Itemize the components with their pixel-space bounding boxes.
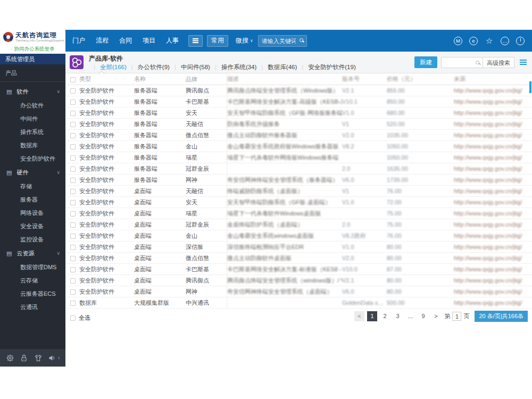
table-row[interactable]: 安全防护软件 桌面端 深信服 深信服终端检测响应平台EDR V1.0 80.00… [65,242,532,253]
row-checkbox[interactable] [70,267,76,272]
table-row[interactable]: 安全防护软件 桌面端 卡巴斯基 卡巴斯基网络安全解决方案-标准版（KES8 - … [65,264,532,275]
sidebar-item[interactable]: ▤云资源 ∨ [0,246,65,261]
office-login-link[interactable]: · 协同办公系统登录 [0,46,65,53]
topbar-icon[interactable] [516,37,525,45]
search-scope-dropdown[interactable]: 微搜 ∨ [236,36,253,45]
cell-source[interactable]: http://www.qxjg.gov.cn/jlqj/ [454,199,532,205]
new-button[interactable]: 新建 [414,56,437,68]
sidebar-item[interactable]: ▤数据库 ∨ [0,139,65,152]
topbar-icon[interactable]: ☆ [485,37,494,45]
row-checkbox[interactable] [70,88,76,94]
table-row[interactable]: 安全防护软件 服务器端 安天 安天智甲终端防御系统（GF版·网络版服务端） V1… [65,107,532,119]
page-number[interactable]: 2 [380,311,390,321]
cell-source[interactable]: http://www.qxjg.gov.cn/jlqj/ [454,210,532,217]
sidebar-item[interactable]: ▤软件 ∨ [0,85,65,99]
jump-page-input[interactable]: 1 [452,312,461,321]
cell-source[interactable]: http://www.qxjg.gov.cn/jlqj/ [454,266,532,272]
row-checkbox[interactable] [70,144,76,149]
cell-source[interactable]: http://www.qxjg.gov.cn/jlqj/ [454,277,532,284]
table-row[interactable]: 安全防护软件 服务器端 卡巴斯基 卡巴斯基网络安全解决方案-高级版（KESB-高… [65,96,532,107]
cell-source[interactable]: http://www.qxjg.gov.cn/jlqj/ [454,288,532,295]
row-checkbox[interactable] [70,189,76,194]
cell-source[interactable]: http://www.qxjg.gov.cn/jlqj/ [454,300,532,306]
sidebar-item[interactable]: ▤云服务器ECS ∨ [0,287,65,301]
cell-source[interactable]: http://www.qxjg.gov.cn/jlqj/ [454,154,532,161]
cell-source[interactable]: http://www.qxjg.gov.cn/jlqj/ [454,121,532,127]
row-checkbox[interactable] [70,99,76,105]
cell-source[interactable]: http://www.qxjg.gov.cn/jlqj/ [454,87,532,94]
cell-source[interactable]: http://www.qxjg.gov.cn/jlqj/ [454,143,532,149]
table-row[interactable]: 安全防护软件 服务器端 腾讯御点 腾讯御点终端安全管理系统（Windows版） … [65,85,532,96]
col-name[interactable]: 名称 [134,75,186,83]
category-tab[interactable]: 中间件(58) [170,63,210,71]
category-tab[interactable]: 数据库(46) [256,63,297,71]
col-source[interactable]: 来源 [454,75,532,83]
cell-source[interactable]: http://www.qxjg.gov.cn/jlqj/ [454,165,532,172]
settings-gear-icon[interactable] [6,354,14,362]
advanced-search-button[interactable]: 高级搜索 [483,57,514,68]
nav-item[interactable]: 门户 [67,30,90,52]
sidebar-item[interactable]: ▤云通讯 ∨ [0,301,65,314]
cell-source[interactable]: http://www.qxjg.gov.cn/jlqj/ [454,177,532,183]
row-checkbox[interactable] [70,111,76,116]
table-search-input[interactable] [442,58,476,67]
cell-source[interactable]: http://www.qxjg.gov.cn/jlqj/ [454,244,532,250]
row-checkbox[interactable] [70,211,76,217]
cell-source[interactable]: http://www.qxjg.gov.cn/jlqj/ [454,221,532,228]
row-checkbox[interactable] [70,245,76,250]
apps-menu-button[interactable] [188,35,203,47]
nav-item[interactable]: 人事 [161,30,184,52]
scrollbar-thumb[interactable] [529,81,531,93]
sidebar-item[interactable]: ▤存储 ∨ [0,180,65,193]
category-tab[interactable]: 操作系统(34) [210,63,256,71]
search-icon[interactable] [476,61,479,64]
topbar-icon[interactable]: e [469,37,478,45]
category-tab[interactable]: 安全防护软件(19) [297,63,355,71]
cell-source[interactable]: http://www.qxjg.gov.cn/jlqj/ [454,188,532,194]
cell-source[interactable]: http://www.qxjg.gov.cn/jlqj/ [454,132,532,138]
table-row[interactable]: 安全防护软件 服务器端 微点佰慧 微点主动防御软件服务器版 V2.0 1035.… [65,130,532,141]
row-checkbox[interactable] [70,200,76,205]
sidebar-item[interactable]: ▤服务器 ∨ [0,193,65,206]
list-view-icon[interactable] [520,60,527,65]
row-checkbox[interactable] [70,122,76,127]
cell-source[interactable]: http://www.qxjg.gov.cn/jlqj/ [454,255,532,261]
table-row[interactable]: 数据库 大规模集群版 中兴通讯 GoldenData s… 500.00 htt… [65,297,532,309]
search-icon[interactable] [300,38,303,42]
row-checkbox[interactable] [70,222,76,228]
page-number[interactable]: 1 [367,311,377,321]
nav-item[interactable]: 项目 [137,30,161,52]
table-row[interactable]: 安全防护软件 桌面端 网神 奇安信网神终端安全管理系统（桌面端） V6.0 80… [65,286,532,297]
row-checkbox[interactable] [70,167,76,172]
table-row[interactable]: 安全防护软件 桌面端 腾讯御点 腾讯御点终端安全管理系统（windows版）/ … [65,275,532,286]
category-tab[interactable]: 全部(166) [89,63,127,71]
sidebar-item[interactable]: ▤安全防护软件 ∨ [0,152,65,165]
col-brand[interactable]: 品牌 [186,73,227,85]
select-all-checkbox-header[interactable] [70,77,76,82]
nav-item[interactable]: 合同 [114,30,137,52]
sidebar-item[interactable]: ▤网络设备 ∨ [0,206,65,220]
sidebar-item[interactable]: ▤办公软件 ∨ [0,99,65,112]
sidebar-item[interactable]: ▤操作系统 ∨ [0,126,65,139]
select-all-checkbox[interactable] [70,315,76,321]
table-row[interactable]: 安全防护软件 桌面端 天融信 终端威胁防御系统（桌面版） V1 76.00 ht… [65,186,532,197]
topbar-icon[interactable]: … [501,37,509,45]
nav-item[interactable]: 流程 [90,30,114,52]
sidebar-item[interactable]: ▤安全设备 ∨ [0,220,65,233]
sidebar-item[interactable]: ▤数据管理DMS ∨ [0,261,65,274]
page-number[interactable]: 3 [393,311,403,321]
table-row[interactable]: 安全防护软件 服务器端 天融信 防病毒系统升级服务 V1 520.00 http… [65,119,532,130]
row-checkbox[interactable] [70,155,76,161]
sidebar-item[interactable]: ▤硬件 ∨ [0,165,65,180]
table-row[interactable]: 安全防护软件 桌面端 微点佰慧 微点主动防御软件桌面版 V2.0 80.00 h… [65,253,532,264]
table-row[interactable]: 安全防护软件 服务器端 网神 奇安信网神终端安全管理系统（服务器端） V6.0 … [65,174,532,186]
collapse-arrow-icon[interactable]: ‹ [58,355,60,361]
select-all-label[interactable]: 全选 [79,314,90,322]
speaker-icon[interactable] [48,354,56,362]
page-number[interactable]: ... [405,311,415,321]
col-price[interactable]: 价格（元） [387,75,454,83]
col-desc[interactable]: 描述 [227,75,342,83]
table-row[interactable]: 安全防护软件 桌面端 冠群金辰 金盾终端防护系统（桌面端） 2.0 75.00 … [65,219,532,230]
row-checkbox[interactable] [70,256,76,261]
row-checkbox[interactable] [70,278,76,284]
